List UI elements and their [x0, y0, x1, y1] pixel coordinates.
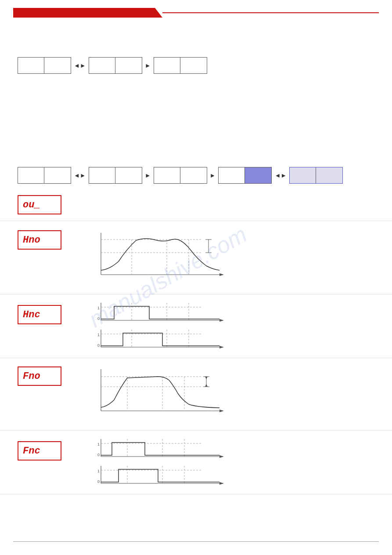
flow-box2-4: [218, 167, 272, 184]
fno-analog-chart: [97, 367, 224, 420]
flow-box-3: [154, 57, 207, 74]
fnc-charts: 1 0 1 0: [88, 437, 374, 488]
flow-arrow: ◄►: [272, 172, 289, 179]
flow-diagram-2: ◄► ► ► ◄►: [18, 167, 343, 184]
svg-text:0: 0: [97, 479, 100, 484]
svg-marker-13: [219, 319, 224, 322]
svg-marker-40: [205, 377, 208, 379]
label-box-hno: Hno: [18, 230, 61, 250]
row-fno: Fno: [0, 356, 392, 431]
label-box-fnc: Fnc: [18, 441, 61, 461]
flow-cell: [89, 58, 115, 73]
label-box-fno: Fno: [18, 366, 61, 386]
svg-marker-41: [205, 384, 208, 387]
fnc-digital-chart-2: 1 0: [97, 464, 224, 488]
label-fnc: Fnc: [18, 437, 88, 461]
label-box-ou: ou_: [18, 195, 61, 214]
flow-cell: [115, 167, 142, 183]
hnc-digital-chart-2: 1 0: [97, 327, 224, 352]
svg-marker-53: [219, 482, 224, 485]
row-fnc: Fnc 1 0 1 0: [0, 431, 392, 494]
svg-marker-44: [219, 455, 224, 458]
flow-arrow: ►: [142, 172, 154, 179]
label-ou: ou_: [18, 195, 88, 214]
flow-cell: [89, 167, 115, 183]
flow-box2-3: [154, 167, 207, 184]
flow-box2-5: [289, 167, 343, 184]
hno-charts: [88, 231, 374, 283]
flow-arrow: ◄►: [71, 172, 89, 179]
hnc-digital-chart-1: 1 0: [97, 301, 224, 325]
row-hnc: Hnc 1 0 1 0: [0, 294, 392, 358]
svg-text:1: 1: [97, 469, 100, 473]
flow-cell: [316, 167, 342, 183]
flow-arrow: ►: [142, 62, 154, 69]
flow-box2-2: [89, 167, 142, 184]
flow-cell: [219, 167, 245, 183]
row-ou: ou_: [0, 189, 392, 221]
svg-text:1: 1: [97, 306, 100, 310]
bottom-line: [13, 541, 379, 542]
svg-marker-22: [219, 346, 224, 348]
flow-box-2: [89, 57, 142, 74]
svg-text:0: 0: [97, 316, 100, 321]
flow-box-1: [18, 57, 71, 74]
flow-cell: [18, 58, 44, 73]
flow-cell: [154, 167, 180, 183]
header-bar: [13, 8, 379, 18]
fnc-digital-chart-1: 1 0: [97, 437, 224, 461]
label-hnc: Hnc: [18, 301, 88, 324]
flow-arrow: ►: [207, 172, 219, 179]
row-hno: Hno: [0, 220, 392, 294]
flow-cell: [245, 167, 271, 183]
flow-cell: [154, 58, 180, 73]
flow-cell: [290, 167, 316, 183]
flow-cell: [44, 167, 71, 183]
flow-arrow: ◄►: [71, 62, 89, 69]
flow-cell: [180, 167, 207, 183]
label-box-hnc: Hnc: [18, 305, 61, 324]
fno-charts: [88, 367, 374, 420]
svg-text:1: 1: [97, 333, 100, 337]
svg-text:0: 0: [97, 453, 100, 457]
svg-text:1: 1: [97, 442, 100, 446]
svg-marker-31: [219, 410, 224, 412]
flow-box2-1: [18, 167, 71, 184]
flow-diagram-1: ◄► ►: [18, 57, 207, 74]
flow-cell: [180, 58, 207, 73]
label-hno: Hno: [18, 226, 88, 250]
hnc-charts: 1 0 1 0: [88, 301, 374, 352]
hno-analog-chart: [97, 231, 224, 283]
header-red-block: [13, 8, 162, 18]
label-fno: Fno: [18, 362, 88, 386]
flow-cell: [44, 58, 71, 73]
header-line: [162, 12, 379, 13]
svg-marker-2: [219, 273, 224, 276]
svg-text:0: 0: [97, 343, 100, 348]
flow-cell: [115, 58, 142, 73]
flow-cell: [18, 167, 44, 183]
